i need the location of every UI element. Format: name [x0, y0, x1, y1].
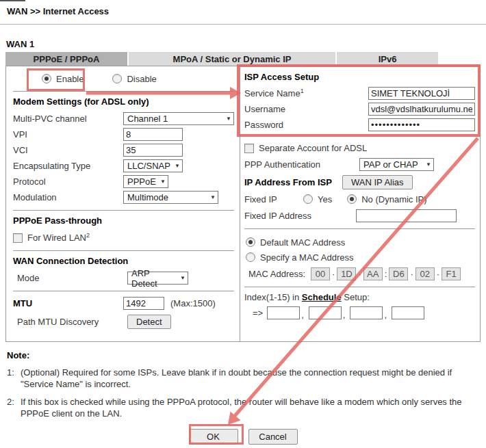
tab-mpoa-static-dynamic[interactable]: MPoA / Static or Dynamic IP: [129, 52, 335, 66]
detection-mode-value: ARP Detect: [131, 268, 176, 289]
modem-settings-heading: Modem Settings (for ADSL only): [13, 96, 234, 107]
schedule-index-input[interactable]: [392, 306, 424, 319]
wired-lan-checkbox[interactable]: [13, 233, 23, 243]
enable-radio[interactable]: [42, 74, 51, 83]
mac-octet-input[interactable]: [442, 267, 461, 280]
wan-ip-alias-button[interactable]: WAN IP Alias: [342, 175, 413, 189]
mtu-section: MTU (Max:1500) Path MTU Discovery Detect: [13, 291, 234, 331]
vci-input[interactable]: [123, 144, 183, 157]
comma-separator: ,: [343, 310, 346, 320]
specify-mac-row[interactable]: Specify a MAC Address: [244, 250, 475, 265]
detection-mode-select[interactable]: ARP Detect ▼: [127, 272, 188, 285]
comma-separator: ,: [301, 310, 304, 320]
vci-label: VCI: [13, 145, 123, 155]
action-buttons-row: OK Cancel: [0, 429, 486, 445]
mac-octet-input[interactable]: [415, 267, 435, 280]
wan-detection-section: WAN Connection Detection Mode ARP Detect…: [13, 250, 234, 286]
detection-mode-row: Mode ARP Detect ▼: [13, 270, 234, 286]
detect-button[interactable]: Detect: [127, 315, 171, 329]
username-input[interactable]: [368, 103, 475, 116]
modulation-label: Modulation: [13, 192, 123, 202]
ppp-auth-label: PPP Authentication: [244, 159, 359, 170]
notes-heading: Note:: [7, 350, 479, 360]
disable-option[interactable]: Disable: [112, 74, 156, 84]
specify-mac-radio[interactable]: [246, 252, 255, 262]
protocol-label: Protocol: [13, 176, 123, 187]
mtu-input[interactable]: [123, 297, 164, 310]
encapsulating-type-select[interactable]: LLC/SNAP ▼: [123, 159, 183, 172]
dropdown-arrow-icon: ▼: [226, 116, 231, 122]
tab-pppoe-pppoa[interactable]: PPPoE / PPPoA: [5, 52, 127, 66]
modulation-value: Multimode: [127, 192, 168, 202]
note-text: (Optional) Required for some ISPs. Leave…: [21, 367, 479, 390]
vpi-label: VPI: [13, 129, 123, 140]
cancel-button[interactable]: Cancel: [248, 429, 298, 445]
mtu-label: MTU: [13, 298, 123, 308]
ppp-auth-value: PAP or CHAP: [363, 159, 418, 170]
tab-ipv6[interactable]: IPv6: [337, 52, 438, 66]
fixed-ip-label: Fixed IP: [244, 194, 303, 205]
separate-adsl-checkbox[interactable]: [244, 144, 254, 153]
note-number: 2:: [7, 396, 21, 419]
mac-separator: ·: [437, 269, 439, 279]
vpi-input[interactable]: [123, 128, 183, 141]
disable-label: Disable: [127, 74, 156, 84]
wired-lan-row: For Wired LAN2: [13, 230, 234, 246]
schedule-arrow-label: =>: [253, 308, 263, 318]
wan-internet-access-page: WAN >> Internet Access WAN 1 PPPoE / PPP…: [0, 0, 486, 448]
dropdown-arrow-icon: ▼: [175, 163, 180, 169]
ip-from-isp-label: IP Address From ISP: [244, 177, 342, 187]
multi-pvc-row: Multi-PVC channel Channel 1 ▼: [13, 111, 234, 127]
ok-button[interactable]: OK: [189, 429, 238, 445]
service-name-input[interactable]: [368, 87, 475, 100]
wan-detection-heading: WAN Connection Detection: [13, 256, 234, 266]
schedule-index-input[interactable]: [350, 306, 383, 319]
schedule-caption: Index(1-15) in Schedule Setup:: [244, 292, 475, 302]
mac-octet-input[interactable]: [363, 267, 383, 280]
fixed-ip-no-radio[interactable]: [347, 194, 357, 204]
encapsulating-type-value: LLC/SNAP: [127, 161, 170, 171]
encapsulating-type-label: Encapsulating Type: [13, 161, 123, 171]
fixed-ip-no-option[interactable]: No (Dynamic IP): [347, 194, 426, 205]
default-mac-radio[interactable]: [246, 237, 255, 247]
fixed-ip-address-row: Fixed IP Address: [244, 207, 475, 224]
comma-separator: ,: [384, 310, 387, 320]
detection-mode-label: Mode: [13, 273, 127, 283]
schedule-index-input[interactable]: [267, 306, 300, 319]
modulation-select[interactable]: Multimode ▼: [123, 191, 218, 204]
ppp-auth-select[interactable]: PAP or CHAP ▼: [359, 158, 434, 171]
mac-octet-input[interactable]: [311, 267, 330, 280]
encapsulating-type-row: Encapsulating Type LLC/SNAP ▼: [13, 158, 234, 174]
breadcrumb: WAN >> Internet Access: [7, 6, 109, 16]
password-input[interactable]: [368, 118, 475, 131]
password-row: Password: [244, 117, 475, 133]
disable-radio[interactable]: [112, 74, 122, 83]
path-mtu-row: Path MTU Discovery Detect: [13, 313, 234, 331]
separate-adsl-row: Separate Account for ADSL: [244, 141, 475, 155]
schedule-link[interactable]: Schedule: [302, 292, 342, 302]
right-column: ISP Access Setup Service Name1 Username …: [240, 66, 481, 341]
modem-settings-section: Modem Settings (for ADSL only) Multi-PVC…: [13, 91, 234, 205]
default-mac-row[interactable]: Default MAC Address: [244, 235, 475, 250]
mac-octet-input[interactable]: [389, 267, 408, 280]
note-item: 1: (Optional) Required for some ISPs. Le…: [7, 367, 479, 390]
specify-mac-label: Specify a MAC Address: [260, 252, 354, 263]
mac-address-label: MAC Address:: [248, 269, 305, 279]
protocol-value: PPPoE: [127, 176, 156, 187]
note-item: 2: If this box is checked while using th…: [7, 396, 479, 419]
dropdown-arrow-icon: ▼: [160, 179, 166, 185]
enable-option[interactable]: Enable: [42, 74, 84, 84]
mtu-max-hint: (Max:1500): [170, 298, 216, 308]
fixed-ip-address-input[interactable]: [356, 209, 457, 222]
fixed-ip-yes-label: Yes: [318, 194, 332, 205]
mac-octet-input[interactable]: [337, 267, 356, 280]
fixed-ip-yes-option[interactable]: Yes: [303, 194, 332, 205]
username-row: Username: [244, 101, 475, 117]
fixed-ip-yes-radio[interactable]: [303, 194, 313, 204]
protocol-select[interactable]: PPPoE ▼: [123, 175, 168, 188]
mac-separator: :: [385, 269, 387, 279]
multi-pvc-select[interactable]: Channel 1 ▼: [123, 112, 234, 125]
schedule-index-input[interactable]: [309, 306, 342, 319]
vci-row: VCI: [13, 142, 234, 158]
vpi-row: VPI: [13, 127, 234, 142]
